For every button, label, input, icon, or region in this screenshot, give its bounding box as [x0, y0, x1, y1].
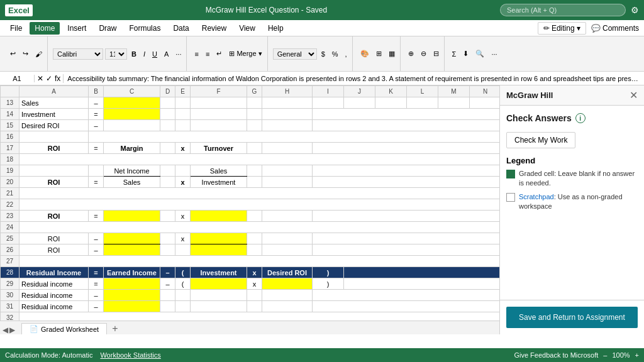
cell-a30[interactable]: Residual income	[19, 290, 89, 301]
cell-g15[interactable]	[247, 120, 262, 131]
cell-e23[interactable]: x	[175, 211, 191, 222]
cell-g30[interactable]	[247, 290, 262, 301]
cell-h30[interactable]	[262, 290, 313, 301]
cell-g25[interactable]	[247, 233, 262, 244]
menu-home[interactable]: Home	[30, 22, 60, 35]
cell-c25[interactable]	[104, 233, 160, 244]
cell-rest-28[interactable]	[344, 267, 500, 278]
cell-f23[interactable]	[191, 211, 247, 222]
cell-d26[interactable]	[160, 244, 175, 256]
cell-c31[interactable]	[104, 301, 160, 312]
cell-e14[interactable]	[175, 109, 191, 120]
menu-view[interactable]: View	[234, 22, 260, 35]
cell-b31[interactable]: –	[89, 301, 104, 312]
cell-d17[interactable]	[160, 143, 175, 154]
cell-f31[interactable]	[191, 301, 247, 312]
feedback-label[interactable]: Give Feedback to Microsoft	[514, 351, 598, 359]
cell-h17[interactable]	[262, 143, 313, 154]
cell-rest-19[interactable]	[313, 165, 500, 177]
cell-f25[interactable]	[191, 233, 247, 244]
format-table-button[interactable]: ⊞	[374, 48, 384, 59]
cell-i29[interactable]: )	[313, 278, 344, 290]
fill-button[interactable]: ⬇	[460, 48, 471, 59]
cell-c14[interactable]	[104, 109, 160, 120]
cell-c17[interactable]: Margin	[104, 143, 160, 154]
cell-g19[interactable]	[247, 165, 262, 177]
menu-review[interactable]: Review	[197, 22, 231, 35]
cell-c23[interactable]	[104, 211, 160, 222]
cell-d15[interactable]	[160, 120, 175, 131]
sum-button[interactable]: Σ	[450, 49, 459, 59]
cell-b15[interactable]: –	[89, 120, 104, 131]
comma-button[interactable]: ,	[343, 49, 350, 59]
cell-a23[interactable]: ROI	[19, 211, 89, 222]
cell-h28[interactable]: Desired ROI	[262, 267, 313, 278]
cell-e17[interactable]: x	[175, 143, 191, 154]
cell-a15[interactable]: Desired ROI	[19, 120, 89, 131]
cell-rest-27[interactable]	[19, 256, 500, 267]
search-input[interactable]	[500, 4, 626, 16]
cell-c13[interactable]	[104, 97, 160, 109]
cell-d29[interactable]: –	[160, 278, 175, 290]
cell-c20[interactable]: Sales	[104, 177, 160, 188]
scroll-right-button[interactable]: ▶	[9, 326, 15, 334]
save-return-button[interactable]: Save and Return to Assignment	[506, 307, 638, 328]
cell-g23[interactable]	[247, 211, 262, 222]
cell-n13[interactable]	[470, 97, 500, 109]
cell-f26[interactable]	[191, 244, 247, 256]
cell-a16[interactable]	[19, 131, 89, 143]
cell-f13[interactable]	[191, 97, 247, 109]
cell-c30[interactable]	[104, 290, 160, 301]
settings-icon[interactable]: ⚙	[631, 5, 639, 15]
cell-h29[interactable]	[262, 278, 313, 290]
comments-button[interactable]: 💬 Comments	[591, 24, 639, 33]
cell-h14[interactable]	[262, 109, 313, 120]
cancel-icon[interactable]: ✕	[37, 74, 43, 83]
cell-c26[interactable]	[104, 244, 160, 256]
cell-g28[interactable]: x	[247, 267, 262, 278]
cell-rest-25[interactable]	[313, 233, 500, 244]
cell-b13[interactable]: –	[89, 97, 104, 109]
cell-c28[interactable]: Earned Income	[104, 267, 160, 278]
cell-a17[interactable]: ROI	[19, 143, 89, 154]
cell-rest-31[interactable]	[313, 301, 500, 312]
menu-draw[interactable]: Draw	[94, 22, 121, 35]
cell-rest-14[interactable]	[313, 109, 500, 120]
cell-g13[interactable]	[247, 97, 262, 109]
close-icon[interactable]: ✕	[630, 89, 638, 101]
align-left-button[interactable]: ≡	[192, 49, 201, 59]
align-center-button[interactable]: ≡	[203, 49, 212, 59]
cell-rest-23[interactable]	[313, 211, 500, 222]
menu-data[interactable]: Data	[168, 22, 194, 35]
cell-f29[interactable]	[191, 278, 247, 290]
cell-a20[interactable]: ROI	[19, 177, 89, 188]
percent-button[interactable]: %	[330, 49, 341, 59]
cell-b17[interactable]: =	[89, 143, 104, 154]
cell-h25[interactable]	[262, 233, 313, 244]
cell-k13[interactable]	[375, 97, 407, 109]
cell-b14[interactable]: =	[89, 109, 104, 120]
cell-d20[interactable]	[160, 177, 175, 188]
cell-b19[interactable]	[89, 165, 104, 177]
cell-f17[interactable]: Turnover	[191, 143, 247, 154]
cell-b30[interactable]: –	[89, 290, 104, 301]
cell-b20[interactable]: =	[89, 177, 104, 188]
cell-g29[interactable]: x	[247, 278, 262, 290]
cell-g14[interactable]	[247, 109, 262, 120]
cell-rest-15[interactable]	[313, 120, 500, 131]
cell-e26[interactable]	[175, 244, 191, 256]
currency-button[interactable]: $	[319, 49, 328, 59]
menu-file[interactable]: File	[5, 22, 27, 35]
cell-a14[interactable]: Investment	[19, 109, 89, 120]
more-edit-button[interactable]: ···	[489, 49, 499, 59]
underline-button[interactable]: U	[150, 49, 160, 59]
cell-a31[interactable]: Residual income	[19, 301, 89, 312]
font-select[interactable]: Calibri	[53, 48, 103, 60]
cell-c29[interactable]	[104, 278, 160, 290]
font-size-select[interactable]: 11	[105, 48, 127, 60]
cell-rest-16[interactable]	[89, 131, 500, 143]
cell-rest-21[interactable]	[19, 188, 500, 199]
confirm-icon[interactable]: ✓	[46, 74, 52, 83]
cell-rest-24[interactable]	[19, 222, 500, 233]
menu-help[interactable]: Help	[263, 22, 289, 35]
